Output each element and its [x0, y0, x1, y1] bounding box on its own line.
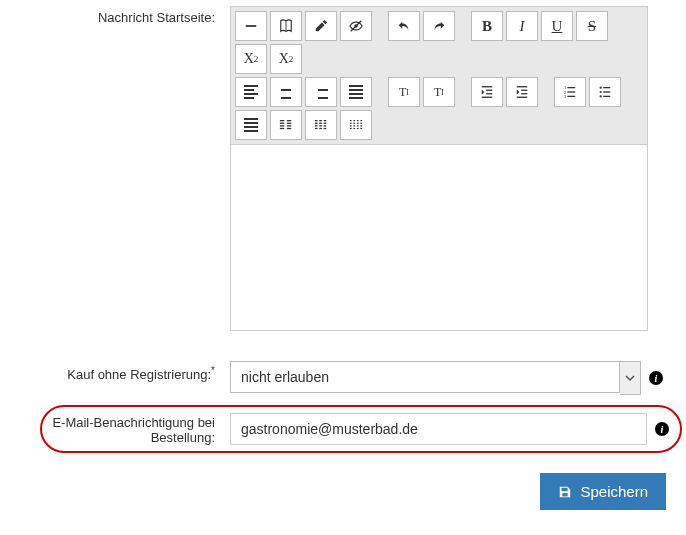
align-right-button[interactable]: [305, 77, 337, 107]
align-justify-button[interactable]: [340, 77, 372, 107]
font-decrease-button[interactable]: TI: [423, 77, 455, 107]
strike-button[interactable]: S: [576, 11, 608, 41]
purchase-no-reg-select[interactable]: nicht erlauben: [230, 361, 641, 395]
save-button[interactable]: Speichern: [540, 473, 666, 510]
para-4-button[interactable]: [340, 110, 372, 140]
indent-button[interactable]: [506, 77, 538, 107]
font-increase-button[interactable]: TI: [388, 77, 420, 107]
outdent-button[interactable]: [471, 77, 503, 107]
superscript-button[interactable]: X2: [270, 44, 302, 74]
svg-point-19: [600, 91, 602, 93]
message-startpage-label: Nachricht Startseite:: [98, 10, 215, 25]
redo-icon[interactable]: [423, 11, 455, 41]
svg-rect-0: [246, 25, 257, 27]
para-1-button[interactable]: [235, 110, 267, 140]
save-button-label: Speichern: [580, 483, 648, 500]
rich-text-editor: B I U S X2 X2 TI TI: [230, 6, 648, 331]
ordered-list-button[interactable]: 123: [554, 77, 586, 107]
underline-button[interactable]: U: [541, 11, 573, 41]
info-icon[interactable]: i: [649, 371, 663, 385]
info-icon[interactable]: i: [655, 422, 669, 436]
svg-text:3: 3: [564, 94, 567, 99]
email-notify-label-line2: Bestellung:: [151, 430, 215, 445]
align-left-button[interactable]: [235, 77, 267, 107]
subscript-button[interactable]: X2: [235, 44, 267, 74]
italic-button[interactable]: I: [506, 11, 538, 41]
svg-point-20: [600, 95, 602, 97]
required-asterisk: *: [211, 365, 215, 376]
para-2-button[interactable]: [270, 110, 302, 140]
save-icon: [558, 485, 572, 499]
editor-content-area[interactable]: [230, 145, 648, 331]
bold-button[interactable]: B: [471, 11, 503, 41]
editor-toolbar: B I U S X2 X2 TI TI: [230, 6, 648, 145]
eye-slash-icon[interactable]: [340, 11, 372, 41]
undo-icon[interactable]: [388, 11, 420, 41]
chevron-down-icon[interactable]: [620, 361, 641, 395]
unordered-list-button[interactable]: [589, 77, 621, 107]
email-notify-input[interactable]: [230, 413, 647, 445]
svg-point-18: [600, 87, 602, 89]
purchase-no-reg-label: Kauf ohne Registrierung:: [67, 367, 211, 382]
book-icon[interactable]: [270, 11, 302, 41]
eyedropper-icon[interactable]: [305, 11, 337, 41]
para-3-button[interactable]: [305, 110, 337, 140]
align-center-button[interactable]: [270, 77, 302, 107]
email-notify-label-line1: E-Mail-Benachrichtigung bei: [52, 415, 215, 430]
select-value: nicht erlauben: [230, 361, 620, 393]
minus-icon[interactable]: [235, 11, 267, 41]
